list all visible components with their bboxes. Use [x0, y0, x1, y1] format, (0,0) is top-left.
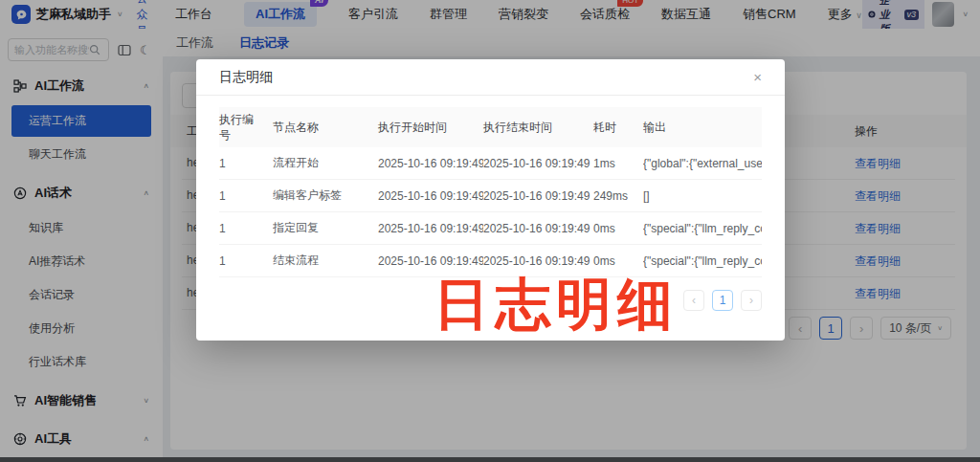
- duration-cell: 0ms: [593, 254, 643, 268]
- output-cell: {"special":{"llm_reply_content...: [643, 222, 762, 235]
- modal-table-header: 执行编号 节点名称 执行开始时间 执行结束时间 耗时 输出: [219, 107, 762, 147]
- output-cell: {"special":{"llm_reply_content...: [643, 254, 762, 268]
- column-header: 输出: [643, 115, 762, 140]
- duration-cell: 1ms: [593, 157, 643, 170]
- column-header: 执行编号: [219, 107, 273, 147]
- duration-cell: 0ms: [593, 222, 643, 235]
- exec-no-cell: 1: [219, 222, 273, 235]
- start-time-cell: 2025-10-16 09:19:49: [378, 254, 483, 268]
- table-row: 1 指定回复 2025-10-16 09:19:49 2025-10-16 09…: [219, 212, 762, 245]
- output-cell: {"global":{"external_userid":"...: [643, 157, 762, 170]
- table-row: 1 编辑客户标签 2025-10-16 09:19:49 2025-10-16 …: [219, 180, 762, 212]
- output-cell: []: [643, 189, 762, 203]
- app: 芝麻私域助手 ∨ 公众号 工作台 AI工作流 AI 客户引流 群管理 营销裂变 …: [0, 0, 980, 462]
- exec-no-cell: 1: [219, 189, 273, 203]
- table-row: 1 流程开始 2025-10-16 09:19:49 2025-10-16 09…: [219, 147, 762, 180]
- current-page-button[interactable]: 1: [712, 290, 733, 311]
- start-time-cell: 2025-10-16 09:19:49: [378, 189, 483, 203]
- log-detail-modal: 日志明细 × 执行编号 节点名称 执行开始时间 执行结束时间 耗时 输出 1 流…: [196, 59, 785, 341]
- node-name-cell: 指定回复: [273, 220, 378, 236]
- start-time-cell: 2025-10-16 09:19:49: [378, 222, 483, 235]
- prev-page-button[interactable]: ‹: [683, 290, 704, 311]
- node-name-cell: 流程开始: [273, 155, 378, 171]
- duration-cell: 249ms: [593, 189, 643, 203]
- column-header: 耗时: [593, 115, 643, 140]
- node-name-cell: 结束流程: [273, 253, 378, 269]
- modal-body: 执行编号 节点名称 执行开始时间 执行结束时间 耗时 输出 1 流程开始 202…: [196, 96, 785, 311]
- column-header: 执行开始时间: [378, 115, 483, 140]
- exec-no-cell: 1: [219, 157, 273, 170]
- end-time-cell: 2025-10-16 09:19:49: [483, 222, 593, 235]
- column-header: 节点名称: [273, 115, 378, 140]
- end-time-cell: 2025-10-16 09:19:49: [483, 157, 593, 170]
- modal-header: 日志明细 ×: [196, 59, 785, 96]
- table-row: 1 结束流程 2025-10-16 09:19:49 2025-10-16 09…: [219, 245, 762, 277]
- node-name-cell: 编辑客户标签: [273, 187, 378, 204]
- end-time-cell: 2025-10-16 09:19:49: [483, 254, 593, 268]
- close-icon[interactable]: ×: [753, 70, 762, 84]
- next-page-button[interactable]: ›: [741, 290, 762, 311]
- column-header: 执行结束时间: [483, 115, 593, 140]
- start-time-cell: 2025-10-16 09:19:49: [378, 157, 483, 170]
- modal-title: 日志明细: [219, 69, 273, 86]
- modal-pagination: ‹ 1 ›: [219, 290, 762, 311]
- exec-no-cell: 1: [219, 254, 273, 268]
- end-time-cell: 2025-10-16 09:19:49: [483, 189, 593, 203]
